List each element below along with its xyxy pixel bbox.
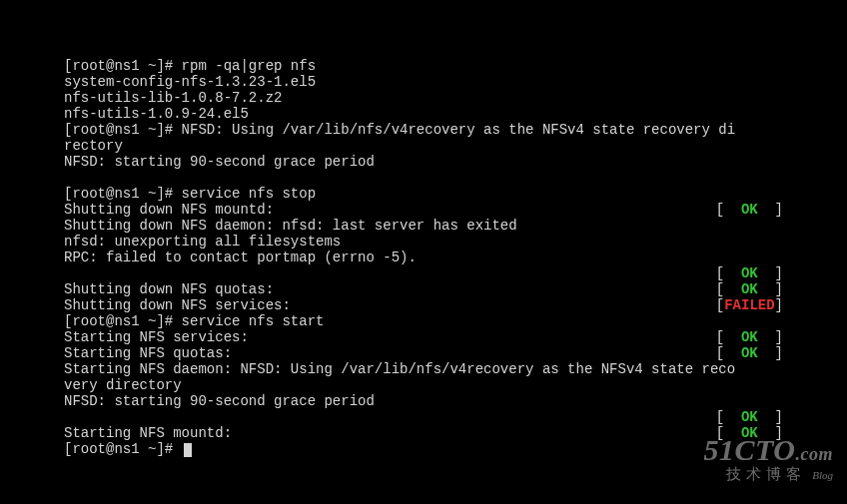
bracket-open: [: [716, 345, 741, 361]
bracket-close: ]: [758, 409, 783, 425]
status-label: Shutting down NFS mountd:: [64, 202, 274, 218]
status-box: [FAILED]: [716, 297, 783, 313]
status-ok: OK: [741, 202, 758, 218]
status-ok: OK: [741, 409, 758, 425]
bracket-close: ]: [758, 265, 783, 281]
status-label: Starting NFS services:: [64, 329, 249, 345]
prompt-text: [root@ns1 ~]#: [64, 441, 182, 457]
status-ok: OK: [741, 345, 758, 361]
status-box: [ OK ]: [716, 329, 783, 345]
status-gap: [232, 345, 716, 361]
bracket-close: ]: [758, 329, 783, 345]
terminal-line: [root@ns1 ~]# NFSD: Using /var/lib/nfs/v…: [64, 122, 783, 138]
terminal-line: NFSD: starting 90-second grace period: [64, 154, 783, 170]
terminal-line: rectory: [64, 138, 783, 154]
status-label: Shutting down NFS services:: [64, 297, 291, 313]
bracket-open: [: [716, 281, 741, 297]
terminal-line: NFSD: starting 90-second grace period: [64, 393, 783, 409]
bracket-close: ]: [758, 281, 783, 297]
bracket-close: ]: [758, 345, 783, 361]
bracket-open: [: [716, 202, 741, 218]
terminal-status-line: Starting NFS mountd:[ OK ]: [64, 425, 783, 441]
terminal-status-line: [ OK ]: [64, 265, 783, 281]
bracket-open: [: [716, 329, 741, 345]
terminal-status-line: [ OK ]: [64, 409, 783, 425]
status-ok: OK: [741, 425, 758, 441]
status-gap: [64, 265, 716, 281]
bracket-close: ]: [758, 202, 783, 218]
bracket-open: [: [716, 409, 741, 425]
status-ok: OK: [741, 281, 758, 297]
terminal-status-line: Starting NFS services:[ OK ]: [64, 329, 783, 345]
bracket-open: [: [716, 265, 741, 281]
status-box: [ OK ]: [716, 265, 783, 281]
status-label: Starting NFS quotas:: [64, 345, 232, 361]
terminal-line: very directory: [64, 377, 783, 393]
terminal-status-line: Shutting down NFS services:[FAILED]: [64, 297, 783, 313]
terminal-line: nfsd: unexporting all filesystems: [64, 234, 783, 250]
status-gap: [64, 409, 716, 425]
terminal-status-line: Shutting down NFS quotas:[ OK ]: [64, 281, 783, 297]
cursor-icon: [184, 443, 192, 457]
status-gap: [274, 202, 716, 218]
bracket-close: ]: [758, 425, 783, 441]
status-gap: [232, 425, 716, 441]
terminal-status-line: Starting NFS quotas:[ OK ]: [64, 345, 783, 361]
status-ok: OK: [741, 329, 758, 345]
status-ok: OK: [741, 265, 758, 281]
terminal-line: RPC: failed to contact portmap (errno -5…: [64, 250, 783, 265]
status-box: [ OK ]: [716, 345, 783, 361]
terminal-line: nfs-utils-lib-1.0.8-7.2.z2: [64, 90, 783, 106]
status-failed: FAILED: [724, 297, 774, 313]
terminal-output[interactable]: [root@ns1 ~]# rpm -qa|grep nfssystem-con…: [28, 28, 819, 476]
terminal-line: Starting NFS daemon: NFSD: Using /var/li…: [64, 361, 783, 377]
terminal-line: [root@ns1 ~]# service nfs start: [64, 313, 783, 329]
terminal-line: [root@ns1 ~]# service nfs stop: [64, 186, 783, 202]
bracket-open: [: [716, 297, 724, 313]
terminal-line: system-config-nfs-1.3.23-1.el5: [64, 74, 783, 90]
terminal-blank-line: [64, 170, 783, 186]
terminal-prompt[interactable]: [root@ns1 ~]#: [64, 441, 783, 457]
terminal-line: Shutting down NFS daemon: nfsd: last ser…: [64, 218, 783, 234]
status-gap: [274, 281, 716, 297]
status-gap: [249, 329, 716, 345]
terminal-line: nfs-utils-1.0.9-24.el5: [64, 106, 783, 122]
bracket-open: [: [716, 425, 741, 441]
status-gap: [291, 297, 716, 313]
status-label: Shutting down NFS quotas:: [64, 281, 274, 297]
status-box: [ OK ]: [716, 425, 783, 441]
status-label: Starting NFS mountd:: [64, 425, 232, 441]
status-box: [ OK ]: [716, 202, 783, 218]
bracket-close: ]: [775, 297, 783, 313]
terminal-line: [root@ns1 ~]# rpm -qa|grep nfs: [64, 58, 783, 74]
terminal-status-line: Shutting down NFS mountd:[ OK ]: [64, 202, 783, 218]
status-box: [ OK ]: [716, 281, 783, 297]
status-box: [ OK ]: [716, 409, 783, 425]
